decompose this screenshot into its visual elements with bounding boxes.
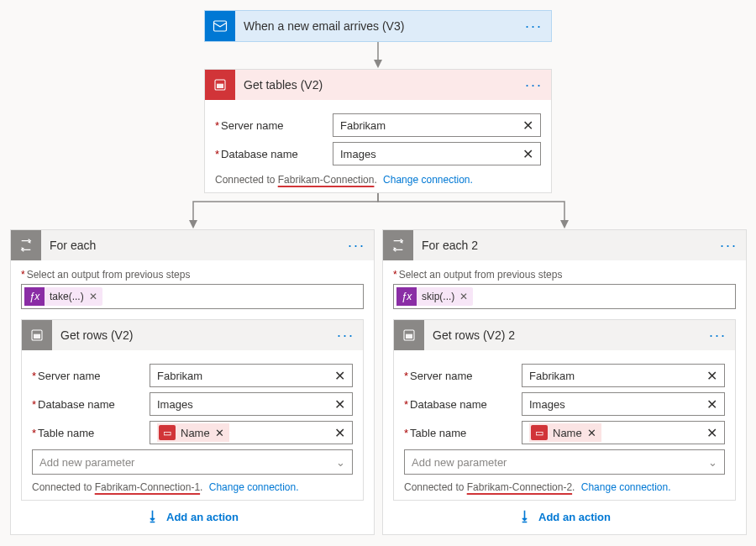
connection-info: Connected to Fabrikam-Connection-2. Chan… xyxy=(404,475,725,493)
table-name-input[interactable]: ▭ Name ✕ ✕ xyxy=(150,421,353,444)
remove-token-icon[interactable]: ✕ xyxy=(587,427,596,439)
clear-icon[interactable]: ✕ xyxy=(522,118,533,134)
database-name-input[interactable]: Images✕ xyxy=(150,392,353,416)
remove-token-icon[interactable]: ✕ xyxy=(89,291,102,302)
connection-info: Connected to Fabrikam-Connection. Change… xyxy=(215,171,541,186)
foreach-1-card[interactable]: For each ··· Select an output from previ… xyxy=(10,229,375,535)
sql-icon xyxy=(205,70,235,100)
foreach-2-title: For each 2 xyxy=(422,239,711,252)
sql-icon: ▭ xyxy=(159,425,176,440)
sql-icon xyxy=(394,320,424,350)
trigger-card[interactable]: When a new email arrives (V3) ··· xyxy=(204,10,552,42)
remove-token-icon[interactable]: ✕ xyxy=(459,291,473,302)
clear-icon[interactable]: ✕ xyxy=(334,425,345,441)
select-output-label: Select an output from previous steps xyxy=(393,269,736,281)
sql-icon: ▭ xyxy=(531,425,548,440)
change-connection-link[interactable]: Change connection. xyxy=(383,174,473,186)
get-rows-2-card[interactable]: Get rows (V2) 2 ··· Server name Fabrikam… xyxy=(393,319,736,501)
chevron-down-icon: ⌄ xyxy=(708,456,717,469)
more-icon[interactable]: ··· xyxy=(337,327,354,344)
svg-rect-7 xyxy=(406,334,412,339)
add-action-icon: ⭳ xyxy=(518,509,532,524)
chevron-down-icon: ⌄ xyxy=(336,456,345,469)
get-rows-1-title: Get rows (V2) xyxy=(60,328,328,342)
svg-rect-3 xyxy=(217,84,223,88)
get-tables-card[interactable]: Get tables (V2) ··· Server name Fabrikam… xyxy=(204,69,552,193)
connection-info: Connected to Fabrikam-Connection-1. Chan… xyxy=(32,475,353,493)
clear-icon[interactable]: ✕ xyxy=(334,396,345,412)
database-name-label: Database name xyxy=(32,398,139,411)
change-connection-link[interactable]: Change connection. xyxy=(209,481,299,493)
server-name-input[interactable]: Fabrikam✕ xyxy=(522,364,725,387)
outlook-icon xyxy=(205,11,235,41)
clear-icon[interactable]: ✕ xyxy=(522,146,533,162)
clear-icon[interactable]: ✕ xyxy=(706,396,717,412)
clear-icon[interactable]: ✕ xyxy=(334,368,345,384)
add-parameter-dropdown[interactable]: Add new parameter ⌄ xyxy=(32,449,353,475)
table-name-label: Table name xyxy=(32,427,139,439)
more-icon[interactable]: ··· xyxy=(709,327,727,344)
server-name-label: Server name xyxy=(404,370,512,382)
add-action-button[interactable]: ⭳ Add an action xyxy=(393,501,736,529)
table-name-label: Table name xyxy=(404,427,512,439)
more-icon[interactable]: ··· xyxy=(525,76,543,94)
trigger-title: When a new email arrives (V3) xyxy=(244,19,517,33)
add-parameter-dropdown[interactable]: Add new parameter ⌄ xyxy=(404,449,725,475)
sql-icon xyxy=(22,320,52,350)
fx-icon: ƒx xyxy=(24,287,45,306)
foreach-1-title: For each xyxy=(50,239,339,252)
more-icon[interactable]: ··· xyxy=(525,18,543,35)
add-action-icon: ⭳ xyxy=(146,509,160,524)
database-name-input[interactable]: Images ✕ xyxy=(333,142,541,165)
expression-token[interactable]: ƒx skip(...) ✕ xyxy=(396,287,473,306)
clear-icon[interactable]: ✕ xyxy=(706,368,717,384)
more-icon[interactable]: ··· xyxy=(348,237,365,255)
select-output-input[interactable]: ƒx skip(...) ✕ xyxy=(393,284,736,309)
server-name-label: Server name xyxy=(215,119,323,132)
name-token[interactable]: ▭ Name ✕ xyxy=(529,423,601,442)
select-output-input[interactable]: ƒx take(...) ✕ xyxy=(21,284,364,309)
loop-icon xyxy=(383,230,413,260)
clear-icon[interactable]: ✕ xyxy=(706,425,717,441)
fx-icon: ƒx xyxy=(396,287,417,306)
server-name-label: Server name xyxy=(32,370,139,382)
table-name-input[interactable]: ▭ Name ✕ ✕ xyxy=(522,421,725,444)
foreach-2-card[interactable]: For each 2 ··· Select an output from pre… xyxy=(382,229,747,535)
change-connection-link[interactable]: Change connection. xyxy=(581,481,671,493)
name-token[interactable]: ▭ Name ✕ xyxy=(157,423,229,442)
select-output-label: Select an output from previous steps xyxy=(21,269,364,281)
get-rows-2-title: Get rows (V2) 2 xyxy=(433,328,701,342)
remove-token-icon[interactable]: ✕ xyxy=(215,427,224,439)
svg-rect-1 xyxy=(214,21,227,31)
server-name-input[interactable]: Fabrikam✕ xyxy=(150,364,353,387)
svg-rect-5 xyxy=(34,334,40,339)
get-rows-1-card[interactable]: Get rows (V2) ··· Server name Fabrikam✕ … xyxy=(21,319,364,501)
add-action-button[interactable]: ⭳ Add an action xyxy=(21,501,364,529)
database-name-input[interactable]: Images✕ xyxy=(522,392,725,416)
expression-token[interactable]: ƒx take(...) ✕ xyxy=(24,287,102,306)
more-icon[interactable]: ··· xyxy=(720,237,738,255)
get-tables-title: Get tables (V2) xyxy=(244,78,517,92)
database-name-label: Database name xyxy=(404,398,512,411)
loop-icon xyxy=(11,230,41,260)
server-name-input[interactable]: Fabrikam ✕ xyxy=(333,113,541,137)
database-name-label: Database name xyxy=(215,148,323,160)
